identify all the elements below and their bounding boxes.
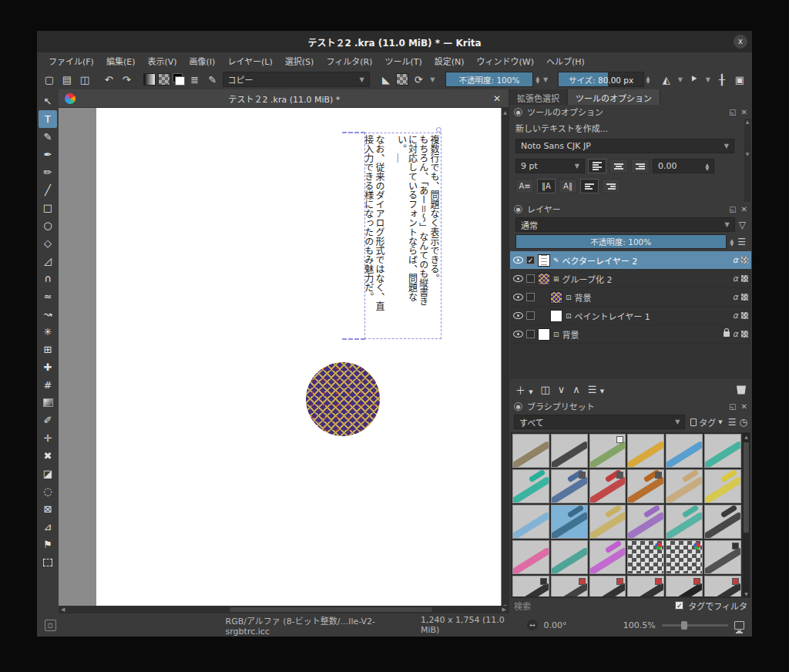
layer-row[interactable]: ⊡背景α bbox=[510, 288, 751, 307]
inherit-alpha-icon[interactable] bbox=[741, 312, 748, 319]
layer-checkbox[interactable] bbox=[526, 311, 535, 320]
canvas-horizontal-scrollbar[interactable]: ◀ ▶ bbox=[59, 606, 509, 613]
pattern-circle-shape[interactable] bbox=[306, 362, 380, 436]
brush-display-menu-icon[interactable]: ☰ bbox=[728, 417, 737, 428]
close-docker-icon[interactable]: ✕ bbox=[741, 205, 747, 213]
chevron-down-icon[interactable]: ▼ bbox=[677, 76, 684, 83]
save-button[interactable]: ◫ bbox=[77, 72, 92, 87]
ellipse-tool[interactable]: ○ bbox=[39, 217, 57, 234]
tool-options-scrollbar[interactable]: ▲▼ bbox=[744, 119, 750, 202]
text-decoration-button[interactable]: A≡ bbox=[515, 179, 534, 193]
polygon-tool[interactable]: ◇ bbox=[39, 234, 57, 252]
layer-row[interactable]: ⊡背景α bbox=[510, 325, 751, 344]
brush-preset-thumbnail[interactable] bbox=[551, 469, 588, 503]
bezier-curve-tool[interactable]: ∩ bbox=[39, 270, 57, 287]
reload-preset-button[interactable]: ⟳ bbox=[411, 72, 426, 87]
inherit-alpha-icon[interactable] bbox=[741, 294, 748, 301]
layer-visibility-icon[interactable] bbox=[513, 275, 523, 282]
freehand-brush-tool[interactable]: ✏ bbox=[39, 163, 57, 181]
layer-row[interactable]: ⊡ペイントレイヤー 1α bbox=[510, 307, 751, 325]
alpha-lock-icon[interactable]: α bbox=[733, 274, 738, 284]
eraser-mode-button[interactable]: ◣ bbox=[378, 72, 394, 87]
brush-preset-thumbnail[interactable] bbox=[551, 505, 588, 539]
layer-checkbox[interactable] bbox=[526, 330, 535, 338]
tab-tool-options[interactable]: ツールのオプション bbox=[568, 89, 660, 105]
canvas-vertical-scrollbar[interactable]: ▲▼ bbox=[502, 108, 509, 610]
brush-preset-thumbnail[interactable] bbox=[589, 434, 626, 468]
dynamic-brush-tool[interactable]: ↝ bbox=[39, 305, 57, 323]
menu-item[interactable]: ウィンドウ(W) bbox=[472, 52, 539, 69]
menu-item[interactable]: 編集(E) bbox=[101, 52, 141, 69]
layer-lock-icon[interactable] bbox=[724, 331, 730, 337]
line-tool[interactable]: ╱ bbox=[39, 181, 57, 199]
multibrush-tool[interactable]: ✳ bbox=[39, 323, 57, 341]
brush-preset-thumbnail[interactable] bbox=[589, 469, 626, 503]
workspace-chooser-button[interactable]: ▣ bbox=[732, 72, 747, 87]
new-document-button[interactable]: ▢ bbox=[42, 72, 57, 87]
layer-checkbox[interactable] bbox=[526, 293, 535, 301]
brush-preset-thumbnail[interactable] bbox=[666, 469, 703, 503]
menu-item[interactable]: ファイル(F) bbox=[43, 52, 99, 69]
layer-opacity-spinner[interactable]: ▲▼ bbox=[730, 238, 734, 246]
canvas-area[interactable]: 複数行でも、問題なく表示できる。 もちろん、「あー＝〜」なんてのも縦書き に対応… bbox=[59, 108, 509, 613]
redo-button[interactable]: ↷ bbox=[119, 72, 134, 87]
brush-preset-thumbnail[interactable] bbox=[704, 576, 741, 596]
brush-preset-thumbnail[interactable] bbox=[627, 540, 664, 574]
rect-select-tool[interactable] bbox=[39, 553, 57, 571]
align-left-button[interactable] bbox=[588, 159, 606, 173]
chevron-down-icon[interactable]: ▼ bbox=[542, 76, 549, 83]
layer-checkbox[interactable]: ✓ bbox=[526, 256, 535, 264]
brush-grid-scrollbar[interactable]: ▲ ▼ bbox=[743, 433, 750, 597]
brush-preset-thumbnail[interactable] bbox=[551, 576, 588, 596]
pattern-edit-tool[interactable]: ✖ bbox=[39, 447, 57, 465]
tag-filter-checkbox[interactable]: ✓ bbox=[675, 601, 683, 610]
recent-brushes-icon[interactable]: ◷ bbox=[740, 417, 747, 428]
menu-item[interactable]: 表示(V) bbox=[142, 52, 182, 69]
reference-images-tool[interactable]: ⚑ bbox=[39, 536, 57, 553]
wrap-around-mode-button[interactable]: ╂ bbox=[714, 72, 730, 87]
crop-tool[interactable]: # bbox=[39, 376, 57, 394]
chevron-down-icon[interactable]: ▼ bbox=[428, 76, 436, 83]
alpha-lock-icon[interactable]: α bbox=[733, 329, 738, 339]
brush-preset-thumbnail[interactable] bbox=[704, 469, 741, 503]
brush-preset-thumbnail[interactable] bbox=[627, 505, 664, 539]
scrollbar-thumb[interactable] bbox=[230, 607, 432, 612]
polyline-tool[interactable]: ◿ bbox=[39, 252, 57, 270]
brush-preset-thumbnail[interactable] bbox=[589, 540, 626, 574]
add-layer-button[interactable]: ＋ ▼ bbox=[515, 382, 533, 397]
menu-item[interactable]: ツール(T) bbox=[379, 52, 427, 69]
brush-preset-thumbnail[interactable] bbox=[512, 434, 549, 468]
layer-visibility-icon[interactable] bbox=[513, 257, 523, 264]
pattern-chooser[interactable] bbox=[158, 73, 170, 86]
rtl-paragraph-button[interactable] bbox=[602, 179, 620, 193]
brush-preset-thumbnail[interactable] bbox=[704, 540, 741, 574]
menu-item[interactable]: ヘルプ(H) bbox=[541, 52, 590, 69]
brush-preset-thumbnail[interactable] bbox=[627, 469, 664, 503]
brush-preset-thumbnail[interactable] bbox=[589, 505, 626, 539]
layer-row[interactable]: ✓✎ベクターレイヤー 2α bbox=[510, 251, 751, 270]
brush-editor-button[interactable]: ≣ bbox=[187, 72, 203, 87]
open-document-button[interactable]: ▤ bbox=[59, 72, 75, 87]
float-docker-icon[interactable]: ◱ bbox=[729, 205, 736, 213]
edit-shapes-tool[interactable]: ✎ bbox=[39, 128, 57, 146]
brush-preset-thumbnail[interactable] bbox=[551, 434, 588, 468]
horizontal-text-button[interactable]: A‖ bbox=[559, 179, 577, 193]
docker-lock-icon[interactable]: ● bbox=[514, 402, 522, 411]
brush-preset-thumbnail[interactable] bbox=[666, 540, 703, 574]
tab-advanced-color-selector[interactable]: 拡張色選択 bbox=[509, 89, 568, 105]
duplicate-layer-button[interactable]: ◫ bbox=[541, 384, 550, 395]
freehand-path-tool[interactable]: ≈ bbox=[39, 287, 57, 305]
layer-menu-icon[interactable]: ☰ bbox=[737, 237, 746, 247]
brush-preset-thumbnail[interactable] bbox=[627, 434, 664, 468]
brush-tag-dropdown[interactable]: すべて ▼ bbox=[514, 415, 685, 429]
inherit-alpha-icon[interactable] bbox=[741, 275, 748, 282]
delete-layer-button[interactable] bbox=[737, 385, 746, 395]
brush-preset-thumbnail[interactable] bbox=[627, 576, 664, 596]
document-close-icon[interactable]: ✕ bbox=[493, 93, 502, 104]
gradient-tool[interactable] bbox=[39, 394, 57, 412]
menu-item[interactable]: レイヤー(L) bbox=[222, 52, 277, 69]
select-shapes-tool[interactable]: ↖ bbox=[39, 92, 57, 110]
blend-mode-dropdown[interactable]: 通常 ▼ bbox=[515, 217, 735, 232]
brush-search-input[interactable]: 検索 bbox=[514, 600, 670, 612]
color-sampler-tool[interactable]: ✐ bbox=[39, 412, 57, 429]
